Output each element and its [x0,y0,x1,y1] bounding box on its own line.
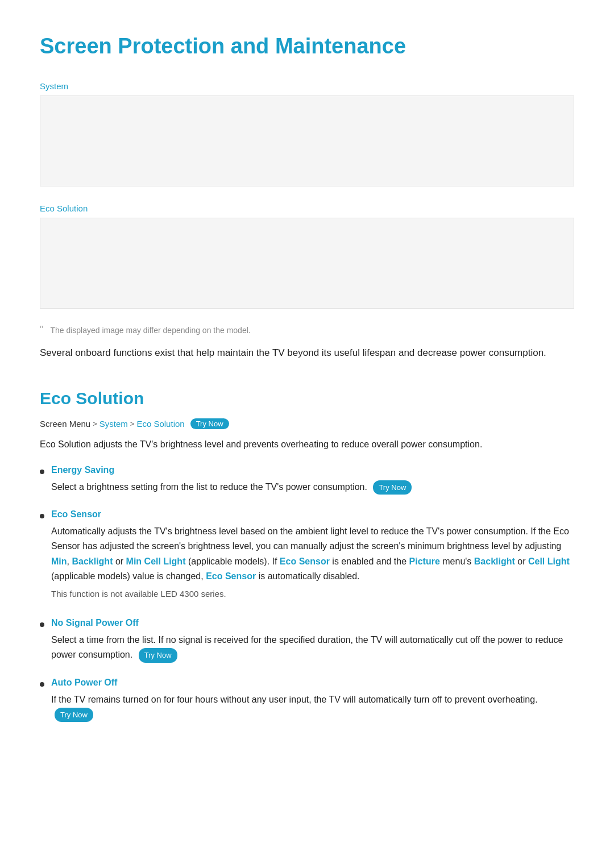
breadcrumb-eco: Eco Solution [40,203,574,213]
eco-sensor-link-backlight2[interactable]: Backlight [474,556,515,566]
eco-sensor-text-before: Automatically adjusts the TV's brightnes… [51,526,569,551]
eco-sensor-link-eco-sensor[interactable]: Eco Sensor [280,556,330,566]
energy-saving-title: Energy Saving [51,465,574,475]
eco-sensor-link-cell-light[interactable]: Cell Light [528,556,570,566]
bullet-dot-no-signal [40,622,44,627]
auto-power-content: Auto Power Off If the TV remains turned … [51,678,574,722]
eco-sensor-link-min-cell-light[interactable]: Min Cell Light [126,556,186,566]
eco-sensor-note: This function is not available LED 4300 … [51,589,574,599]
auto-power-desc: If the TV remains turned on for four hou… [51,692,574,722]
eco-solution-breadcrumb: Screen Menu > System > Eco Solution Try … [40,418,574,429]
list-item-eco-sensor: Eco Sensor Automatically adjusts the TV'… [40,509,574,603]
list-item-no-signal-power-off: No Signal Power Off Select a time from t… [40,618,574,663]
list-item-auto-power-off: Auto Power Off If the TV remains turned … [40,678,574,722]
eco-sensor-content: Eco Sensor Automatically adjusts the TV'… [51,509,574,603]
eco-sensor-link-backlight[interactable]: Backlight [72,556,113,566]
auto-power-try-now[interactable]: Try Now [55,708,93,722]
eco-sensor-mid1: (applicable models). If [185,556,279,566]
eco-sensor-mid3: menu's [440,556,474,566]
bullet-dot-eco-sensor [40,514,44,518]
note-text: The displayed image may differ depending… [50,326,250,335]
breadcrumb-eco-solution-link[interactable]: Eco Solution [136,419,184,429]
page-title: Screen Protection and Maintenance [40,34,574,59]
breadcrumb-system: System [40,81,574,91]
eco-sensor-link-picture[interactable]: Picture [409,556,440,566]
auto-power-text: If the TV remains turned on for four hou… [51,695,538,704]
breadcrumb-sep2: > [130,420,135,428]
energy-saving-try-now[interactable]: Try Now [373,480,412,495]
auto-power-title: Auto Power Off [51,678,574,688]
eco-solution-image [40,218,574,309]
no-signal-title: No Signal Power Off [51,618,574,628]
eco-solution-list: Energy Saving Select a brightness settin… [40,465,574,722]
eco-sensor-or: or [113,556,126,566]
energy-saving-content: Energy Saving Select a brightness settin… [51,465,574,495]
list-item-energy-saving: Energy Saving Select a brightness settin… [40,465,574,495]
eco-sensor-title: Eco Sensor [51,509,574,520]
eco-sensor-end2: is automatically disabled. [256,571,359,581]
breadcrumb-sep1: > [93,420,97,428]
bullet-dot-energy-saving [40,470,44,474]
note-quote-icon: " [40,325,43,335]
breadcrumb-try-now-badge[interactable]: Try Now [190,418,229,429]
energy-saving-text: Select a brightness setting from the lis… [51,482,367,492]
eco-sensor-mid2: is enabled and the [330,556,409,566]
breadcrumb-system-link[interactable]: System [99,419,128,429]
intro-text: Several onboard functions exist that hel… [40,345,574,360]
eco-solution-section-title: Eco Solution [40,389,574,408]
eco-sensor-desc: Automatically adjusts the TV's brightnes… [51,524,574,584]
bullet-dot-auto-power [40,682,44,687]
system-nav-image [40,95,574,186]
breadcrumb-screen-menu: Screen Menu [40,419,90,429]
energy-saving-desc: Select a brightness setting from the lis… [51,480,574,495]
note-row: " The displayed image may differ dependi… [40,326,574,335]
eco-solution-description: Eco Solution adjusts the TV's brightness… [40,437,574,452]
no-signal-try-now[interactable]: Try Now [139,648,177,662]
eco-sensor-link-min[interactable]: Min [51,556,67,566]
eco-sensor-or2: or [515,556,528,566]
eco-sensor-end1: (applicable models) value is changed, [51,571,206,581]
no-signal-text: Select a time from the list. If no signa… [51,635,563,659]
no-signal-desc: Select a time from the list. If no signa… [51,633,574,663]
no-signal-content: No Signal Power Off Select a time from t… [51,618,574,663]
eco-sensor-link-eco-sensor2[interactable]: Eco Sensor [206,571,256,581]
